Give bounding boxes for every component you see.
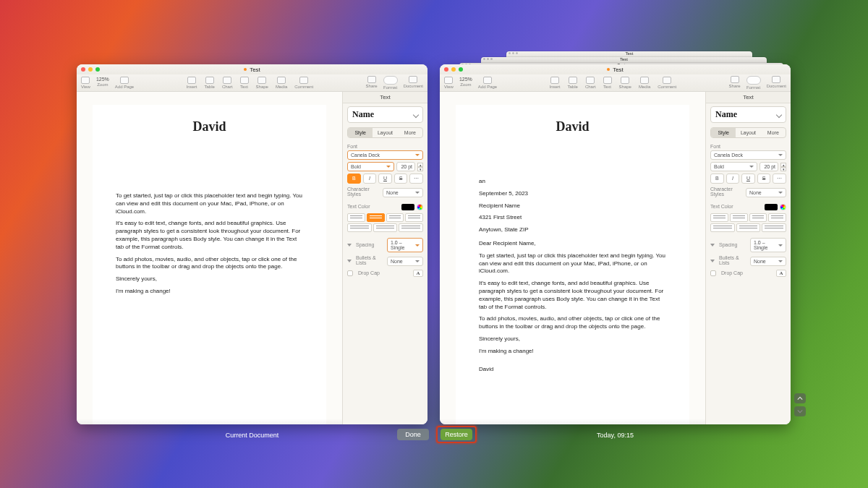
disclosure-icon[interactable] bbox=[710, 260, 715, 262]
version-next-button[interactable] bbox=[794, 406, 806, 416]
chart-button[interactable]: Chart bbox=[222, 77, 233, 89]
restore-button[interactable]: Restore bbox=[441, 429, 472, 440]
edited-dot-icon bbox=[607, 68, 610, 71]
paragraph-style-dropdown[interactable]: Name bbox=[347, 106, 423, 123]
disclosure-icon[interactable] bbox=[347, 244, 352, 247]
italic-button[interactable]: I bbox=[726, 174, 740, 184]
text-options-button[interactable]: ⋯ bbox=[773, 174, 786, 184]
chart-button[interactable]: Chart bbox=[585, 77, 596, 89]
strike-button[interactable]: S bbox=[757, 174, 771, 184]
font-size-stepper[interactable]: ▴▾ bbox=[417, 163, 423, 171]
strike-button[interactable]: S bbox=[394, 174, 408, 184]
format-button[interactable]: Format bbox=[746, 76, 761, 90]
toolbar: View 125% Zoom Add Page Insert Table Cha… bbox=[440, 74, 791, 92]
zoom-button[interactable]: 125% Zoom bbox=[96, 77, 109, 89]
dropcap-preview[interactable]: A bbox=[776, 270, 786, 277]
panel-tabs[interactable]: StyleLayoutMore bbox=[347, 127, 423, 138]
char-styles-select[interactable]: None bbox=[746, 188, 786, 197]
body-text: 4321 First Street bbox=[479, 214, 666, 222]
page-area[interactable]: David To get started, just tap or click … bbox=[77, 92, 342, 424]
font-family-select[interactable]: Canela Deck bbox=[347, 150, 423, 160]
done-button[interactable]: Done bbox=[397, 429, 429, 440]
body-text: Recipient Name bbox=[479, 202, 666, 210]
char-styles-select[interactable]: None bbox=[383, 188, 423, 197]
insert-button[interactable]: Insert bbox=[187, 77, 197, 89]
shape-button[interactable]: Shape bbox=[619, 77, 631, 89]
dropcap-preview[interactable]: A bbox=[413, 270, 423, 277]
zoom-icon[interactable] bbox=[95, 67, 100, 72]
font-weight-select[interactable]: Bold bbox=[710, 162, 757, 171]
doc-heading: David bbox=[479, 119, 666, 134]
zoom-icon[interactable] bbox=[459, 67, 463, 72]
color-wheel-icon[interactable] bbox=[417, 204, 423, 210]
disclosure-icon[interactable] bbox=[710, 244, 715, 247]
comment-button[interactable]: Comment bbox=[294, 77, 313, 89]
media-button[interactable]: Media bbox=[276, 77, 287, 89]
bullets-select[interactable]: None bbox=[750, 257, 786, 266]
dropcap-label: Drop Cap bbox=[721, 270, 774, 275]
zoom-button[interactable]: 125% Zoom bbox=[459, 77, 472, 89]
bullets-select[interactable]: None bbox=[387, 257, 423, 266]
spacing-label: Spacing bbox=[719, 242, 748, 247]
text-color-swatch[interactable] bbox=[765, 204, 778, 210]
format-panel: Text Name StyleLayoutMore Font Canela De… bbox=[705, 92, 791, 424]
italic-button[interactable]: I bbox=[363, 174, 377, 184]
insert-button[interactable]: Insert bbox=[550, 77, 561, 89]
shape-button[interactable]: Shape bbox=[256, 77, 268, 89]
view-button[interactable]: View bbox=[81, 77, 90, 89]
add-page-button[interactable]: Add Page bbox=[478, 77, 497, 89]
share-button[interactable]: Share bbox=[729, 76, 741, 90]
window-title: Test bbox=[250, 67, 260, 73]
spacing-select[interactable]: 1.0 – Single bbox=[387, 238, 423, 252]
text-color-label: Text Color bbox=[710, 204, 762, 209]
chevron-down-icon bbox=[776, 111, 782, 117]
panel-header: Text bbox=[343, 92, 427, 103]
add-page-button[interactable]: Add Page bbox=[115, 77, 134, 89]
body-text: It's easy to edit text, change fonts, an… bbox=[116, 220, 303, 251]
text-options-button[interactable]: ⋯ bbox=[409, 174, 423, 184]
dropcap-checkbox[interactable] bbox=[347, 270, 353, 276]
text-color-swatch[interactable] bbox=[401, 204, 414, 210]
text-button[interactable]: Text bbox=[240, 77, 249, 89]
comment-button[interactable]: Comment bbox=[658, 77, 676, 89]
color-wheel-icon[interactable] bbox=[780, 204, 786, 210]
toolbar: View 125% Zoom Add Page Insert Table Cha… bbox=[77, 74, 427, 92]
body-text: I'm making a change! bbox=[479, 348, 666, 356]
minimize-icon[interactable] bbox=[451, 67, 456, 72]
media-button[interactable]: Media bbox=[639, 77, 650, 89]
body-text: Sincerely yours, bbox=[479, 335, 666, 343]
font-size-field[interactable]: 20 pt bbox=[760, 162, 778, 171]
font-family-select[interactable]: Canela Deck bbox=[710, 150, 786, 160]
body-text: To add photos, movies, audio, and other … bbox=[116, 256, 303, 272]
minimize-icon[interactable] bbox=[88, 67, 93, 72]
dropcap-checkbox[interactable] bbox=[710, 270, 716, 276]
panel-tabs[interactable]: StyleLayoutMore bbox=[710, 127, 786, 138]
document-button[interactable]: Document bbox=[404, 76, 423, 90]
underline-button[interactable]: U bbox=[741, 174, 755, 184]
close-icon[interactable] bbox=[81, 67, 85, 72]
view-button[interactable]: View bbox=[444, 77, 454, 89]
share-button[interactable]: Share bbox=[366, 76, 378, 90]
bold-button[interactable]: B bbox=[347, 174, 361, 184]
text-align-group[interactable] bbox=[710, 213, 786, 222]
window-title: Test bbox=[613, 67, 624, 73]
font-weight-select[interactable]: Bold bbox=[347, 162, 394, 171]
disclosure-icon[interactable] bbox=[347, 260, 352, 262]
vertical-align-group[interactable] bbox=[347, 223, 423, 232]
table-button[interactable]: Table bbox=[205, 77, 215, 89]
close-icon[interactable] bbox=[444, 67, 448, 72]
text-button[interactable]: Text bbox=[603, 77, 612, 89]
document-button[interactable]: Document bbox=[767, 76, 786, 90]
underline-button[interactable]: U bbox=[378, 174, 392, 184]
table-button[interactable]: Table bbox=[568, 77, 578, 89]
page-area[interactable]: David an September 5, 2023 Recipient Nam… bbox=[440, 92, 705, 424]
spacing-select[interactable]: 1.0 – Single bbox=[750, 238, 786, 252]
text-align-group[interactable] bbox=[347, 213, 423, 222]
paragraph-style-dropdown[interactable]: Name bbox=[710, 106, 786, 123]
font-size-stepper[interactable]: ▴▾ bbox=[780, 163, 786, 171]
format-button[interactable]: Format bbox=[383, 76, 398, 90]
bold-button[interactable]: B bbox=[710, 174, 724, 184]
font-size-field[interactable]: 20 pt bbox=[396, 162, 415, 171]
version-prev-button[interactable] bbox=[794, 393, 806, 403]
vertical-align-group[interactable] bbox=[710, 223, 786, 232]
